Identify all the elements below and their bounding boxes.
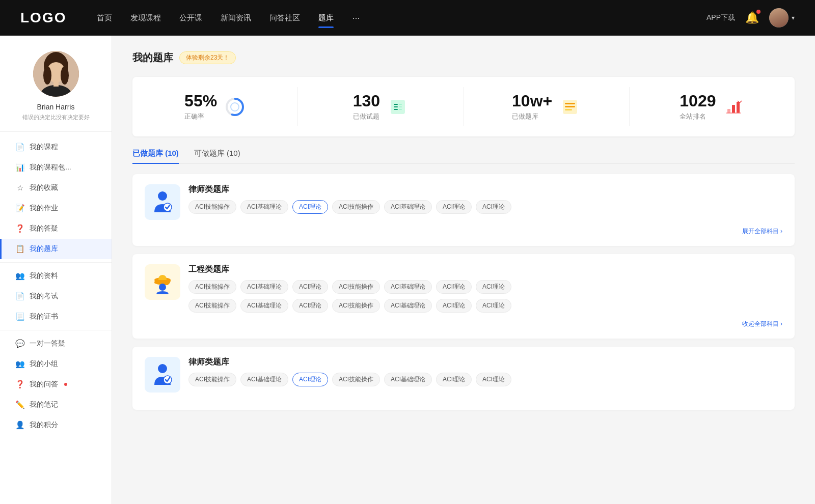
stat-banks-done-label: 已做题库: [512, 112, 552, 121]
svg-rect-13: [394, 109, 398, 110]
exam-icon: 📄: [15, 292, 24, 301]
expand-all-button-1[interactable]: 展开全部科目 ›: [145, 227, 782, 236]
tag-item[interactable]: ACI基础理论: [384, 280, 432, 294]
tag-item-active[interactable]: ACI理论: [292, 373, 328, 386]
svg-point-9: [231, 103, 239, 111]
svg-rect-20: [565, 109, 572, 110]
tag-item[interactable]: ACI技能操作: [188, 373, 236, 386]
svg-point-28: [159, 284, 166, 291]
tag-item[interactable]: ACI基础理论: [240, 280, 288, 294]
sidebar-item-my-favorites[interactable]: ☆ 我的收藏: [0, 178, 112, 198]
tag-item[interactable]: ACI技能操作: [188, 200, 236, 214]
tag-item[interactable]: ACI理论: [476, 280, 511, 294]
course-icon: 📄: [15, 143, 24, 152]
collapse-all-button[interactable]: 收起全部科目 ›: [145, 320, 782, 328]
tag-item[interactable]: ACI理论: [436, 280, 472, 294]
tag-item[interactable]: ACI基础理论: [240, 299, 288, 313]
qbank-name-lawyer-2: 律师类题库: [188, 357, 782, 368]
notification-dot: [64, 383, 67, 386]
sidebar-item-my-course[interactable]: 📄 我的课程: [0, 137, 112, 157]
tag-item[interactable]: ACI技能操作: [188, 280, 236, 294]
list-green-icon: [387, 96, 409, 118]
stats-row: 55% 正确率 130 已做试题: [132, 77, 795, 136]
sidebar-item-my-qbank[interactable]: 📋 我的题库: [0, 239, 112, 259]
tag-item[interactable]: ACI理论: [292, 299, 328, 313]
qbank-lawyer-icon-1: [145, 184, 180, 220]
nav-qa[interactable]: 问答社区: [269, 11, 300, 25]
nav-news[interactable]: 新闻资讯: [221, 11, 251, 25]
sidebar: Brian Harris 错误的决定比没有决定要好 📄 我的课程 📊 我的课程包…: [0, 36, 112, 504]
tag-item[interactable]: ACI技能操作: [332, 280, 380, 294]
tag-item[interactable]: ACI理论: [292, 280, 328, 294]
nav-home[interactable]: 首页: [97, 11, 112, 25]
course-package-icon: 📊: [15, 163, 24, 172]
tab-done-banks[interactable]: 已做题库 (10): [132, 149, 179, 163]
sidebar-item-label: 我的课程包...: [30, 163, 71, 172]
sidebar-item-label: 我的证书: [30, 312, 58, 321]
tag-item-active[interactable]: ACI理论: [292, 200, 328, 214]
sidebar-item-my-notes[interactable]: ✏️ 我的笔记: [0, 395, 112, 415]
star-icon: ☆: [15, 183, 24, 192]
tag-item[interactable]: ACI技能操作: [188, 299, 236, 313]
tag-item[interactable]: ACI基础理论: [384, 299, 432, 313]
tag-item[interactable]: ACI技能操作: [332, 200, 380, 214]
sidebar-item-label: 我的考试: [30, 292, 58, 301]
tab-available-banks[interactable]: 可做题库 (10): [194, 149, 240, 163]
tag-item[interactable]: ACI技能操作: [332, 299, 380, 313]
svg-rect-19: [565, 106, 575, 107]
tag-item[interactable]: ACI理论: [436, 200, 472, 214]
tag-item[interactable]: ACI理论: [476, 373, 511, 386]
nav-discover[interactable]: 发现课程: [130, 11, 161, 25]
tabs: 已做题库 (10) 可做题库 (10): [132, 149, 795, 164]
tag-item[interactable]: ACI理论: [476, 299, 511, 313]
trial-badge: 体验剩余23天！: [179, 51, 236, 64]
sidebar-item-my-group[interactable]: 👥 我的小组: [0, 354, 112, 374]
page-header: 我的题库 体验剩余23天！: [132, 51, 795, 65]
sidebar-item-my-homework[interactable]: 📝 我的作业: [0, 198, 112, 218]
bar-chart-icon: [723, 96, 744, 118]
tag-item[interactable]: ACI理论: [436, 373, 472, 386]
qbank-name-lawyer-1: 律师类题库: [188, 184, 782, 195]
user-avatar-menu[interactable]: ▾: [769, 8, 795, 27]
sidebar-menu: 📄 我的课程 📊 我的课程包... ☆ 我的收藏 📝 我的作业 ❓ 我的答疑 📋: [0, 137, 112, 435]
tag-item[interactable]: ACI基础理论: [384, 373, 432, 386]
sidebar-item-my-exam[interactable]: 📄 我的考试: [0, 286, 112, 306]
stat-banks-done: 10w+ 已做题库: [464, 87, 630, 126]
qbank-engineer-icon: [145, 264, 180, 300]
svg-rect-6: [53, 80, 59, 87]
sidebar-item-my-questions[interactable]: ❓ 我的问答: [0, 374, 112, 395]
sidebar-item-my-course-package[interactable]: 📊 我的课程包...: [0, 157, 112, 178]
sidebar-item-my-profile[interactable]: 👥 我的资料: [0, 266, 112, 286]
sidebar-item-label: 我的积分: [30, 421, 58, 430]
tag-item[interactable]: ACI基础理论: [240, 373, 288, 386]
sidebar-item-label: 我的问答: [30, 380, 58, 389]
qbank-icon: 📋: [15, 244, 24, 254]
sidebar-item-my-certificate[interactable]: 📃 我的证书: [0, 306, 112, 327]
svg-point-25: [158, 191, 167, 201]
nav-qbank[interactable]: 题库: [318, 11, 334, 25]
notification-bell[interactable]: 🔔: [745, 11, 759, 24]
sidebar-item-label: 我的资料: [30, 271, 58, 281]
nav-more[interactable]: ···: [352, 13, 360, 23]
sidebar-item-label: 我的笔记: [30, 400, 58, 409]
logo[interactable]: LOGO: [20, 10, 66, 26]
svg-rect-16: [399, 109, 402, 110]
tag-item[interactable]: ACI基础理论: [240, 200, 288, 214]
sidebar-item-label: 我的小组: [30, 359, 58, 369]
qbank-tags-engineer-row1: ACI技能操作 ACI基础理论 ACI理论 ACI技能操作 ACI基础理论 AC…: [188, 280, 782, 294]
tag-item[interactable]: ACI理论: [476, 200, 511, 214]
sidebar-item-my-qa[interactable]: ❓ 我的答疑: [0, 218, 112, 239]
app-download-button[interactable]: APP下载: [707, 13, 735, 22]
qbank-tags-lawyer-2: ACI技能操作 ACI基础理论 ACI理论 ACI技能操作 ACI基础理论 AC…: [188, 373, 782, 386]
nav-public-course[interactable]: 公开课: [179, 11, 202, 25]
svg-point-3: [43, 66, 51, 85]
tag-item[interactable]: ACI理论: [436, 299, 472, 313]
sidebar-item-my-points[interactable]: 👤 我的积分: [0, 415, 112, 435]
notification-badge: [756, 10, 760, 14]
svg-rect-15: [399, 106, 402, 107]
qbank-card-lawyer-1: 律师类题库 ACI技能操作 ACI基础理论 ACI理论 ACI技能操作 ACI基…: [132, 174, 795, 246]
sidebar-item-one-on-one[interactable]: 💬 一对一答疑: [0, 333, 112, 354]
tag-item[interactable]: ACI技能操作: [332, 373, 380, 386]
chat-icon: 💬: [15, 339, 24, 348]
tag-item[interactable]: ACI基础理论: [384, 200, 432, 214]
